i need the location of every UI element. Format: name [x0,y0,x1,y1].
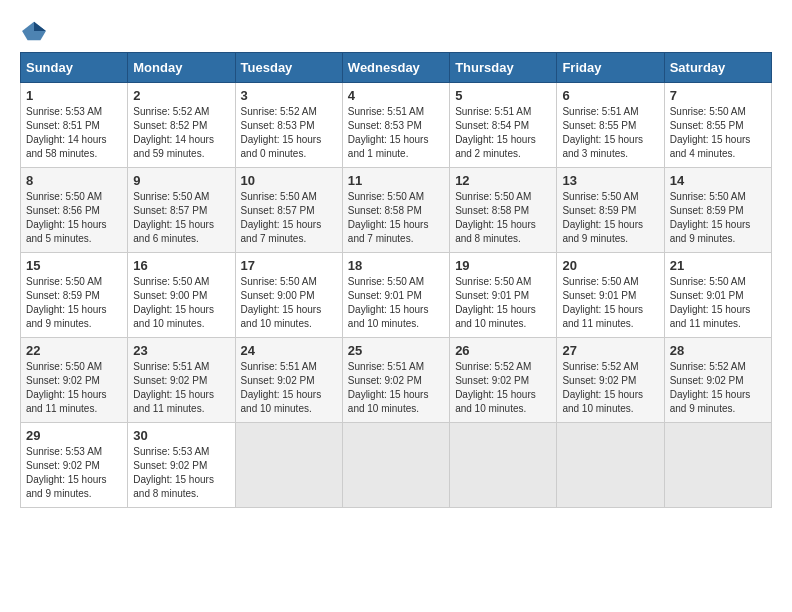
logo-icon [20,20,48,42]
col-header-thursday: Thursday [450,53,557,83]
col-header-saturday: Saturday [664,53,771,83]
calendar-cell: 14Sunrise: 5:50 AM Sunset: 8:59 PM Dayli… [664,168,771,253]
calendar-cell: 9Sunrise: 5:50 AM Sunset: 8:57 PM Daylig… [128,168,235,253]
col-header-monday: Monday [128,53,235,83]
day-number: 10 [241,173,337,188]
calendar-header-row: SundayMondayTuesdayWednesdayThursdayFrid… [21,53,772,83]
day-number: 4 [348,88,444,103]
calendar-cell: 2Sunrise: 5:52 AM Sunset: 8:52 PM Daylig… [128,83,235,168]
day-number: 22 [26,343,122,358]
day-info: Sunrise: 5:51 AM Sunset: 8:55 PM Dayligh… [562,105,658,161]
day-number: 29 [26,428,122,443]
calendar-cell: 23Sunrise: 5:51 AM Sunset: 9:02 PM Dayli… [128,338,235,423]
day-info: Sunrise: 5:52 AM Sunset: 9:02 PM Dayligh… [670,360,766,416]
calendar-week-1: 1Sunrise: 5:53 AM Sunset: 8:51 PM Daylig… [21,83,772,168]
day-number: 1 [26,88,122,103]
day-info: Sunrise: 5:52 AM Sunset: 9:02 PM Dayligh… [562,360,658,416]
day-number: 28 [670,343,766,358]
day-number: 23 [133,343,229,358]
day-info: Sunrise: 5:50 AM Sunset: 8:58 PM Dayligh… [348,190,444,246]
day-number: 16 [133,258,229,273]
calendar-cell: 18Sunrise: 5:50 AM Sunset: 9:01 PM Dayli… [342,253,449,338]
day-info: Sunrise: 5:50 AM Sunset: 8:59 PM Dayligh… [26,275,122,331]
col-header-tuesday: Tuesday [235,53,342,83]
calendar-cell [450,423,557,508]
calendar-cell: 21Sunrise: 5:50 AM Sunset: 9:01 PM Dayli… [664,253,771,338]
day-info: Sunrise: 5:50 AM Sunset: 9:01 PM Dayligh… [348,275,444,331]
col-header-wednesday: Wednesday [342,53,449,83]
day-number: 18 [348,258,444,273]
calendar-cell [235,423,342,508]
calendar-cell: 7Sunrise: 5:50 AM Sunset: 8:55 PM Daylig… [664,83,771,168]
calendar-cell: 12Sunrise: 5:50 AM Sunset: 8:58 PM Dayli… [450,168,557,253]
calendar-week-4: 22Sunrise: 5:50 AM Sunset: 9:02 PM Dayli… [21,338,772,423]
calendar-week-3: 15Sunrise: 5:50 AM Sunset: 8:59 PM Dayli… [21,253,772,338]
day-info: Sunrise: 5:51 AM Sunset: 9:02 PM Dayligh… [241,360,337,416]
calendar-cell: 17Sunrise: 5:50 AM Sunset: 9:00 PM Dayli… [235,253,342,338]
header [20,20,772,42]
day-info: Sunrise: 5:50 AM Sunset: 9:00 PM Dayligh… [133,275,229,331]
calendar-cell: 6Sunrise: 5:51 AM Sunset: 8:55 PM Daylig… [557,83,664,168]
day-number: 6 [562,88,658,103]
calendar-cell: 15Sunrise: 5:50 AM Sunset: 8:59 PM Dayli… [21,253,128,338]
day-info: Sunrise: 5:50 AM Sunset: 9:01 PM Dayligh… [670,275,766,331]
day-number: 15 [26,258,122,273]
calendar-cell [664,423,771,508]
day-info: Sunrise: 5:50 AM Sunset: 9:00 PM Dayligh… [241,275,337,331]
calendar-cell: 11Sunrise: 5:50 AM Sunset: 8:58 PM Dayli… [342,168,449,253]
logo [20,20,52,42]
calendar-cell: 19Sunrise: 5:50 AM Sunset: 9:01 PM Dayli… [450,253,557,338]
day-number: 24 [241,343,337,358]
calendar-cell: 4Sunrise: 5:51 AM Sunset: 8:53 PM Daylig… [342,83,449,168]
day-number: 27 [562,343,658,358]
calendar-cell [342,423,449,508]
svg-marker-1 [34,22,46,31]
day-number: 26 [455,343,551,358]
calendar-cell: 20Sunrise: 5:50 AM Sunset: 9:01 PM Dayli… [557,253,664,338]
col-header-friday: Friday [557,53,664,83]
day-number: 14 [670,173,766,188]
day-info: Sunrise: 5:50 AM Sunset: 8:58 PM Dayligh… [455,190,551,246]
day-number: 19 [455,258,551,273]
calendar-cell: 8Sunrise: 5:50 AM Sunset: 8:56 PM Daylig… [21,168,128,253]
day-number: 3 [241,88,337,103]
calendar-cell: 10Sunrise: 5:50 AM Sunset: 8:57 PM Dayli… [235,168,342,253]
day-info: Sunrise: 5:51 AM Sunset: 8:54 PM Dayligh… [455,105,551,161]
day-number: 21 [670,258,766,273]
day-info: Sunrise: 5:51 AM Sunset: 9:02 PM Dayligh… [348,360,444,416]
day-info: Sunrise: 5:52 AM Sunset: 9:02 PM Dayligh… [455,360,551,416]
day-number: 8 [26,173,122,188]
day-number: 11 [348,173,444,188]
calendar-cell: 25Sunrise: 5:51 AM Sunset: 9:02 PM Dayli… [342,338,449,423]
calendar-cell: 3Sunrise: 5:52 AM Sunset: 8:53 PM Daylig… [235,83,342,168]
day-info: Sunrise: 5:50 AM Sunset: 8:59 PM Dayligh… [562,190,658,246]
calendar-cell: 1Sunrise: 5:53 AM Sunset: 8:51 PM Daylig… [21,83,128,168]
day-number: 9 [133,173,229,188]
day-number: 30 [133,428,229,443]
day-info: Sunrise: 5:51 AM Sunset: 8:53 PM Dayligh… [348,105,444,161]
day-info: Sunrise: 5:52 AM Sunset: 8:52 PM Dayligh… [133,105,229,161]
calendar-cell: 22Sunrise: 5:50 AM Sunset: 9:02 PM Dayli… [21,338,128,423]
col-header-sunday: Sunday [21,53,128,83]
calendar-cell: 28Sunrise: 5:52 AM Sunset: 9:02 PM Dayli… [664,338,771,423]
day-info: Sunrise: 5:52 AM Sunset: 8:53 PM Dayligh… [241,105,337,161]
calendar-cell: 27Sunrise: 5:52 AM Sunset: 9:02 PM Dayli… [557,338,664,423]
day-info: Sunrise: 5:50 AM Sunset: 8:57 PM Dayligh… [133,190,229,246]
day-info: Sunrise: 5:53 AM Sunset: 8:51 PM Dayligh… [26,105,122,161]
calendar-cell: 30Sunrise: 5:53 AM Sunset: 9:02 PM Dayli… [128,423,235,508]
day-number: 25 [348,343,444,358]
day-info: Sunrise: 5:50 AM Sunset: 8:57 PM Dayligh… [241,190,337,246]
day-number: 13 [562,173,658,188]
day-number: 17 [241,258,337,273]
calendar-cell: 13Sunrise: 5:50 AM Sunset: 8:59 PM Dayli… [557,168,664,253]
day-info: Sunrise: 5:51 AM Sunset: 9:02 PM Dayligh… [133,360,229,416]
day-info: Sunrise: 5:50 AM Sunset: 9:01 PM Dayligh… [562,275,658,331]
day-info: Sunrise: 5:50 AM Sunset: 9:02 PM Dayligh… [26,360,122,416]
day-number: 12 [455,173,551,188]
calendar-week-2: 8Sunrise: 5:50 AM Sunset: 8:56 PM Daylig… [21,168,772,253]
calendar-table: SundayMondayTuesdayWednesdayThursdayFrid… [20,52,772,508]
calendar-cell: 29Sunrise: 5:53 AM Sunset: 9:02 PM Dayli… [21,423,128,508]
calendar-cell: 5Sunrise: 5:51 AM Sunset: 8:54 PM Daylig… [450,83,557,168]
day-info: Sunrise: 5:50 AM Sunset: 9:01 PM Dayligh… [455,275,551,331]
calendar-cell [557,423,664,508]
